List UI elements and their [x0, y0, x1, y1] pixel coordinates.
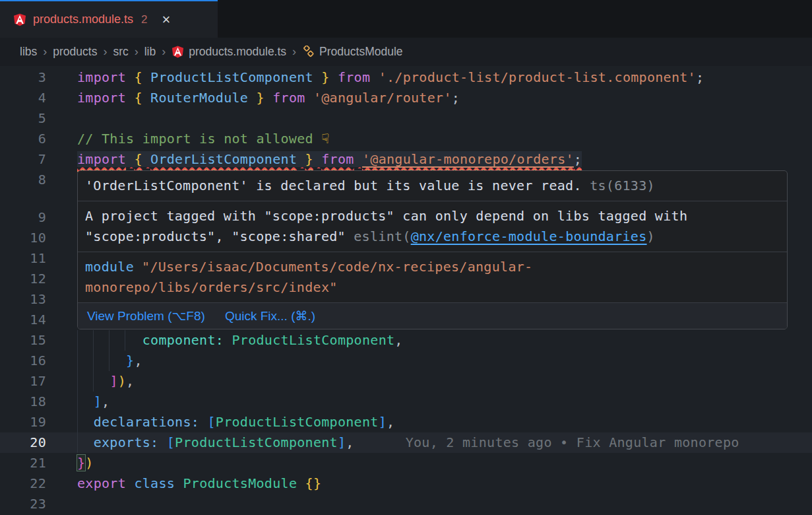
breadcrumb-item-lib[interactable]: lib [144, 45, 156, 59]
code-token: './product-list/product-list.component' [379, 69, 696, 85]
code-token: component: [142, 332, 224, 348]
breadcrumb-label: lib [144, 45, 156, 59]
code-line-4[interactable]: 4import { RouterModule } from '@angular/… [0, 88, 812, 108]
code-text: exports: [ProductListComponent],You, 2 m… [77, 432, 739, 453]
code-token [297, 475, 305, 491]
breadcrumb-item-products-module-ts[interactable]: products.module.ts [172, 45, 286, 59]
line-number: 17 [0, 371, 77, 392]
vscode-editor-window: products.module.ts 2 × libs›products›src… [0, 0, 812, 515]
breadcrumb-label: ProductsModule [319, 45, 402, 59]
code-token: ProductListComponent [216, 414, 379, 430]
line-number: 5 [0, 108, 77, 129]
code-line-23[interactable]: 23 [0, 494, 812, 514]
breadcrumb-item-productsmodule[interactable]: ProductsModule [302, 45, 402, 59]
code-token: {} [305, 475, 322, 491]
line-number: 3 [0, 67, 77, 88]
code-token: ; [574, 151, 582, 167]
code-text: declarations: [ProductListComponent], [77, 412, 394, 432]
code-token: , [387, 414, 394, 430]
tab-problems-badge: 2 [141, 13, 147, 26]
breadcrumb-label: products [53, 45, 97, 59]
code-token [248, 90, 256, 106]
code-token [77, 332, 142, 348]
code-token [126, 69, 134, 85]
code-token [297, 151, 305, 167]
breadcrumb-label: products.module.ts [189, 45, 286, 59]
code-token [77, 434, 94, 450]
code-token: } [77, 455, 85, 471]
code-token: import [77, 69, 126, 85]
breadcrumb-separator-icon: › [135, 45, 139, 59]
tab-products-module[interactable]: products.module.ts 2 × [0, 0, 218, 38]
eslint-source-suffix: ) [647, 228, 655, 244]
code-token: ] [338, 434, 346, 450]
code-line-3[interactable]: 3import { ProductListComponent } from '.… [0, 67, 812, 88]
line-number: 21 [0, 453, 77, 473]
close-icon[interactable]: × [162, 13, 171, 27]
line-number: 7 [0, 149, 77, 170]
line-number: 4 [0, 88, 77, 108]
breadcrumb-item-src[interactable]: src [113, 45, 128, 59]
code-token: OrderListComponent [150, 151, 297, 167]
breadcrumb-separator-icon: › [103, 45, 107, 59]
code-line-6[interactable]: 6// This import is not allowed ☟ [0, 129, 812, 149]
code-token [158, 434, 166, 450]
code-token: } [321, 69, 329, 85]
class-icon [302, 46, 315, 58]
code-token [126, 475, 134, 491]
code-line-21[interactable]: 21}) [0, 453, 812, 473]
line-number: 15 [0, 330, 77, 351]
code-token: import [77, 90, 126, 106]
code-line-22[interactable]: 22export class ProductsModule {} [0, 473, 812, 494]
code-line-5[interactable]: 5 [0, 108, 812, 129]
breadcrumb-separator-icon: › [292, 45, 296, 59]
code-token: , [134, 353, 142, 368]
breadcrumb-item-products[interactable]: products [53, 45, 97, 59]
code-token: '@angular-monorepo/orders' [362, 151, 574, 167]
code-token [330, 69, 338, 85]
code-token: , [126, 373, 134, 389]
code-token: export [77, 475, 126, 491]
code-token [265, 90, 272, 106]
code-text: }, [77, 351, 142, 371]
line-number: 20 [0, 432, 77, 453]
code-token [313, 69, 321, 85]
code-line-18[interactable]: 18 ], [0, 392, 812, 412]
code-token [126, 151, 134, 167]
code-line-20[interactable]: 20 exports: [ProductListComponent],You, … [0, 432, 812, 453]
breadcrumb-item-libs[interactable]: libs [20, 45, 37, 59]
code-line-17[interactable]: 17 ]), [0, 371, 812, 392]
code-text: component: ProductListComponent, [77, 330, 403, 351]
code-line-16[interactable]: 16 }, [0, 351, 812, 371]
code-token [142, 90, 150, 106]
code-line-7[interactable]: 7import { OrderListComponent } from '@an… [0, 149, 812, 170]
code-token [199, 414, 207, 430]
ts-error-message: 'OrderListComponent' is declared but its… [85, 178, 582, 193]
module-path: "/Users/isaac/Documents/code/nx-recipes/… [85, 259, 532, 295]
code-token: class [134, 475, 175, 491]
ts-error-source: ts(6133) [582, 178, 655, 193]
code-line-15[interactable]: 15 component: ProductListComponent, [0, 330, 812, 351]
code-token: declarations: [94, 414, 199, 430]
code-token: ) [118, 373, 126, 389]
code-line-19[interactable]: 19 declarations: [ProductListComponent], [0, 412, 812, 432]
tab-bar: products.module.ts 2 × [0, 0, 812, 38]
line-number: 6 [0, 129, 77, 149]
eslint-source-prefix: eslint( [346, 228, 411, 244]
code-token: ] [94, 394, 102, 409]
line-number: 12 [0, 269, 77, 289]
quick-fix-button[interactable]: Quick Fix... (⌘.) [225, 308, 315, 324]
view-problem-button[interactable]: View Problem (⌥F8) [87, 308, 205, 324]
code-token [224, 332, 232, 348]
line-number: 14 [0, 310, 77, 330]
line-number: 16 [0, 351, 77, 371]
eslint-rule-link[interactable]: @nx/enforce-module-boundaries [411, 228, 647, 244]
warning-squiggle: import { OrderListComponent } from '@ang… [77, 151, 582, 167]
code-token: } [305, 151, 313, 167]
line-number: 23 [0, 494, 77, 514]
angular-icon [13, 13, 26, 26]
breadcrumb-separator-icon: › [43, 45, 47, 59]
code-editor[interactable]: 3import { ProductListComponent } from '.… [0, 66, 812, 515]
code-token: from [321, 151, 354, 167]
code-token: ☟ [321, 131, 329, 147]
